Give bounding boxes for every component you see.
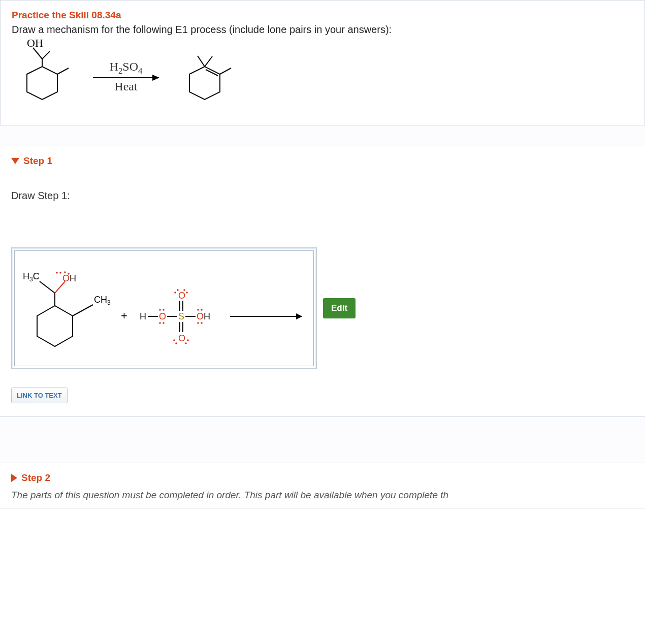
step2-heading: Step 2: [21, 472, 50, 484]
svg-point-25: [159, 309, 161, 311]
edit-button[interactable]: Edit: [323, 298, 356, 318]
step1-structure: H3C OH CH3 + H O: [22, 260, 306, 357]
svg-line-2: [33, 48, 42, 59]
link-to-text-button[interactable]: LINK TO TEXT: [11, 388, 68, 403]
svg-marker-0: [27, 67, 57, 100]
skill-title: Practice the Skill 08.34a: [12, 10, 633, 21]
svg-point-16: [56, 272, 58, 274]
svg-point-40: [174, 292, 176, 294]
plus-label: +: [121, 309, 127, 322]
svg-point-43: [186, 292, 188, 294]
reagent-top: H2SO4: [93, 60, 159, 76]
reactant-structure: OH: [12, 39, 78, 115]
svg-point-26: [163, 309, 165, 311]
svg-text:O: O: [178, 333, 185, 343]
svg-point-42: [183, 289, 185, 291]
svg-point-49: [185, 342, 187, 344]
svg-point-50: [187, 339, 189, 341]
step2-header[interactable]: Step 2: [11, 472, 634, 484]
svg-point-36: [201, 322, 203, 324]
svg-line-12: [40, 281, 55, 293]
svg-text:O: O: [159, 311, 166, 321]
svg-point-27: [159, 322, 161, 324]
svg-point-41: [177, 289, 179, 291]
reagent-bottom: Heat: [93, 80, 159, 93]
svg-point-34: [201, 309, 203, 311]
svg-line-14: [73, 305, 93, 316]
svg-text:O: O: [178, 291, 185, 301]
svg-point-48: [175, 342, 177, 344]
svg-marker-52: [296, 313, 302, 319]
svg-line-7: [198, 56, 205, 67]
svg-point-35: [197, 322, 199, 324]
svg-text:CH3: CH3: [94, 295, 111, 306]
svg-point-47: [173, 339, 175, 341]
oh-label: OH: [27, 39, 43, 49]
svg-line-8: [205, 56, 212, 67]
product-structure: [174, 39, 240, 115]
step2-locked-message: The parts of this question must be compl…: [11, 490, 634, 501]
svg-text:H: H: [140, 311, 146, 321]
svg-point-28: [163, 322, 165, 324]
svg-text:OH: OH: [197, 311, 210, 321]
reaction-equation: OH H2SO4 Heat: [12, 36, 633, 115]
svg-marker-5: [189, 67, 220, 100]
svg-line-3: [42, 51, 50, 59]
question-prompt: Draw a mechanism for the following E1 pr…: [12, 24, 633, 36]
svg-point-33: [197, 309, 199, 311]
step1-header[interactable]: Step 1: [11, 155, 634, 167]
reagent-arrow: H2SO4 Heat: [93, 60, 159, 94]
step1-prompt: Draw Step 1:: [11, 190, 634, 202]
svg-line-9: [220, 68, 231, 74]
collapse-icon: [11, 158, 19, 164]
expand-icon: [11, 474, 17, 482]
svg-text:S: S: [178, 311, 184, 321]
svg-point-17: [59, 272, 61, 274]
structure-canvas[interactable]: H3C OH CH3 + H O: [11, 247, 317, 369]
svg-line-4: [57, 68, 69, 74]
svg-text:H3C: H3C: [23, 271, 40, 283]
svg-text:OH: OH: [62, 273, 76, 283]
step1-heading: Step 1: [23, 155, 52, 167]
svg-marker-10: [37, 306, 73, 346]
